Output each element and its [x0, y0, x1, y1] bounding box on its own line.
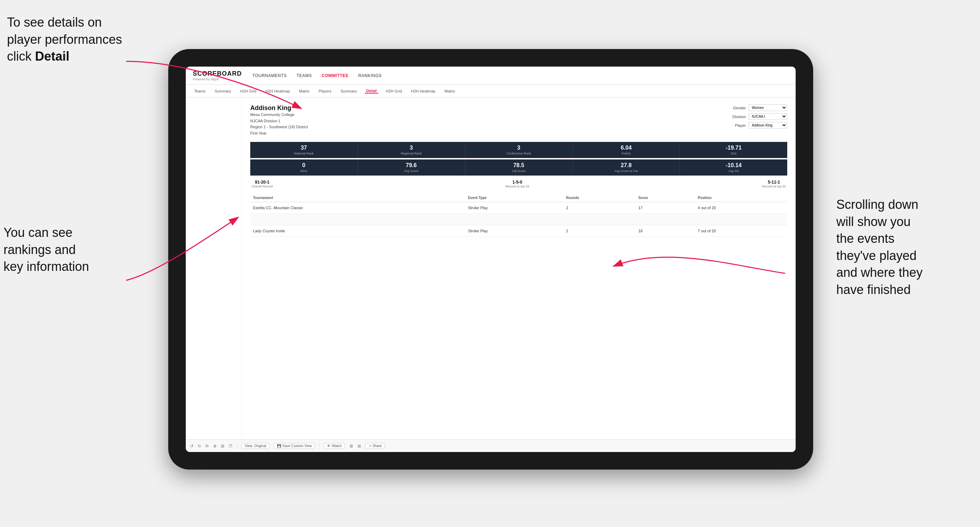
- cell-position-1: 4 out of 20: [695, 202, 787, 214]
- player-region: Region 1 - Southwest (18) District: [250, 124, 308, 130]
- cell-event-blank: [465, 214, 563, 225]
- table-row: Lady Coyote Invite Stroke Play 2 16 7 ou…: [250, 225, 787, 237]
- division-row: Division NJCAA I NJCAA II: [726, 113, 787, 120]
- player-info: Addison King Mesa Community College NJCA…: [250, 105, 308, 136]
- stat-label-wins: Wins: [252, 169, 356, 173]
- subnav-teams[interactable]: Teams: [193, 89, 207, 93]
- nav-rankings[interactable]: RANKINGS: [358, 73, 382, 78]
- view-original-label: View: Original: [245, 444, 266, 448]
- stat-value-avg-score: 79.6: [359, 162, 464, 168]
- cell-rounds-2: 2: [563, 225, 635, 237]
- main-content: Addison King Mesa Community College NJCA…: [242, 97, 795, 440]
- col-rounds: Rounds: [563, 194, 635, 202]
- zoom-icon[interactable]: ⊕: [213, 444, 216, 449]
- stat-value-sos: -19.71: [681, 145, 786, 151]
- record-label-top25: Record vs top 25: [506, 185, 529, 188]
- subnav-matrix2[interactable]: Matrix: [443, 89, 457, 93]
- annotation-bottomleft: You can see rankings and key information: [3, 224, 130, 275]
- logo-title: SCOREBOARD: [193, 70, 242, 78]
- player-year: First Year: [250, 130, 308, 137]
- division-select[interactable]: NJCAA I NJCAA II: [749, 113, 787, 120]
- cell-event-type-2: Stroke Play: [465, 225, 563, 237]
- stat-conference-rank: 3 Conference Rank: [465, 142, 573, 158]
- stat-value-avg-sg: -10.14: [681, 162, 786, 168]
- stat-value-points: 6.04: [574, 145, 679, 151]
- nav-tournaments[interactable]: TOURNAMENTS: [252, 73, 287, 78]
- player-label: Player: [726, 123, 746, 127]
- player-row: Player Addison King: [726, 122, 787, 129]
- watch-button[interactable]: 👁 Watch: [324, 443, 345, 449]
- annotation-right: Scrolling down will show you the events …: [836, 196, 969, 298]
- logo-sub: Powered by clippd: [193, 78, 242, 81]
- clock-icon[interactable]: ⏱: [229, 444, 233, 449]
- stat-value-avg-score-par: 27.8: [574, 162, 679, 168]
- undo-icon[interactable]: ↺: [190, 444, 194, 449]
- nav-committee[interactable]: COMMITTEE: [322, 73, 349, 78]
- save-icon: 💾: [277, 444, 281, 448]
- subnav-h2h-heatmap[interactable]: H2H Heatmap: [264, 89, 291, 93]
- records-row: 91-20-1 Overall Record 1-5-0 Record vs t…: [250, 180, 787, 188]
- player-select[interactable]: Addison King: [749, 122, 787, 129]
- subnav-h2h-heatmap2[interactable]: H2H Heatmap: [410, 89, 437, 93]
- record-top50: 5-11-1 Record vs top 50: [762, 180, 786, 188]
- stat-value-regional: 3: [359, 145, 464, 151]
- stat-avg-score-par: 27.8 Avg Score to Par: [573, 159, 680, 176]
- record-value-top50: 5-11-1: [762, 180, 786, 185]
- toolbar-divider2: [319, 443, 320, 449]
- record-top25: 1-5-0 Record vs top 25: [506, 180, 529, 188]
- subnav-h2h-grid[interactable]: H2H Grid: [239, 89, 258, 93]
- table-row: [250, 214, 787, 225]
- stat-label-regional: Regional Rank: [359, 152, 464, 155]
- cell-score-2: 16: [635, 225, 695, 237]
- player-header: Addison King Mesa Community College NJCA…: [250, 105, 787, 136]
- col-event-type: Event Type: [465, 194, 563, 202]
- player-school: Mesa Community College: [250, 112, 308, 118]
- cell-tournament-blank: [250, 214, 465, 225]
- stats-row1: 37 National Rank 3 Regional Rank 3 Confe…: [250, 142, 787, 158]
- redo-icon[interactable]: ↻: [198, 444, 201, 449]
- annotation-topleft: To see details on player performances cl…: [7, 14, 126, 65]
- division-label: Division: [726, 114, 746, 119]
- stats-row2: 0 Wins 79.6 Avg Score 78.5 Adj Score 27.…: [250, 159, 787, 176]
- stat-regional-rank: 3 Regional Rank: [358, 142, 466, 158]
- monitor-icon[interactable]: 🖥: [349, 444, 353, 449]
- subnav-players[interactable]: Players: [317, 89, 333, 93]
- nav-teams[interactable]: TEAMS: [296, 73, 312, 78]
- cell-rounds-blank: [563, 214, 635, 225]
- save-custom-button[interactable]: 💾 Save Custom View: [274, 443, 315, 449]
- record-value-top25: 1-5-0: [506, 180, 529, 185]
- table-row: Estella CC- Mountain Classic Stroke Play…: [250, 202, 787, 214]
- subnav-summary2[interactable]: Summary: [339, 89, 359, 93]
- record-label-overall: Overall Record: [252, 185, 273, 188]
- stat-label-adj-score: Adj Score: [466, 169, 571, 173]
- cell-tournament-2: Lady Coyote Invite: [250, 225, 465, 237]
- subnav-detail[interactable]: Detail: [365, 89, 378, 94]
- sub-nav: Teams Summary H2H Grid H2H Heatmap Matri…: [186, 85, 795, 97]
- player-controls: Gender Women Men Division NJCAA I NJCAA …: [726, 105, 787, 129]
- record-overall: 91-20-1 Overall Record: [252, 180, 273, 188]
- stat-wins: 0 Wins: [250, 159, 358, 176]
- cell-rounds-1: 2: [563, 202, 635, 214]
- grid-icon[interactable]: ⊞: [358, 444, 361, 449]
- stat-label-conference: Conference Rank: [466, 152, 571, 155]
- stat-label-sos: SoS: [681, 152, 786, 155]
- layout-icon[interactable]: ⊞: [221, 444, 224, 449]
- subnav-summary[interactable]: Summary: [213, 89, 232, 93]
- subnav-h2h-grid2[interactable]: H2H Grid: [385, 89, 403, 93]
- cell-position-blank: [695, 214, 787, 225]
- gender-select[interactable]: Women Men: [749, 105, 787, 111]
- tournament-table: Tournament Event Type Rounds Score Posit…: [250, 194, 787, 237]
- record-label-top50: Record vs top 50: [762, 185, 786, 188]
- stat-points: 6.04 Points: [573, 142, 680, 158]
- stat-label-avg-sg: Avg SG: [681, 169, 786, 173]
- cell-tournament-1: Estella CC- Mountain Classic: [250, 202, 465, 214]
- stat-label-national: National Rank: [252, 152, 356, 155]
- share-button[interactable]: ↗ Share: [365, 443, 385, 449]
- view-original-button[interactable]: View: Original: [242, 443, 269, 449]
- cell-score-blank: [635, 214, 695, 225]
- refresh-icon[interactable]: ⟳: [205, 444, 209, 449]
- logo-area: SCOREBOARD Powered by clippd: [193, 70, 242, 81]
- tablet-screen: SCOREBOARD Powered by clippd TOURNAMENTS…: [186, 67, 795, 452]
- player-name: Addison King: [250, 105, 308, 112]
- subnav-matrix[interactable]: Matrix: [298, 89, 311, 93]
